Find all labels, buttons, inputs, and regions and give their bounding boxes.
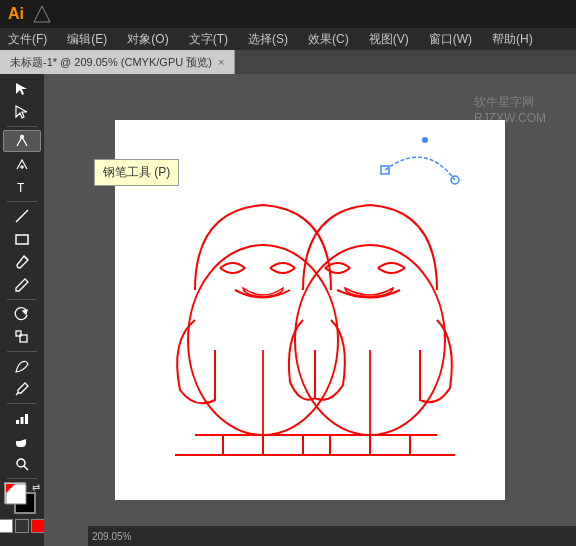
rectangle-tool[interactable]: [3, 228, 41, 250]
zoom-tool[interactable]: [3, 453, 41, 475]
svg-line-7: [24, 256, 28, 260]
app-icon: [32, 4, 52, 24]
svg-rect-6: [16, 235, 28, 244]
menu-edit[interactable]: 编辑(E): [63, 29, 111, 50]
toolbar: T: [0, 74, 44, 546]
separator-2: [7, 201, 37, 202]
line-tool[interactable]: [3, 205, 41, 227]
white-fill-button[interactable]: [0, 519, 13, 533]
canvas-area[interactable]: 钢笔工具 (P) 软牛星字网RJZXW.COM: [44, 74, 576, 546]
menu-select[interactable]: 选择(S): [244, 29, 292, 50]
separator-5: [7, 403, 37, 404]
graph-tool[interactable]: [3, 407, 41, 429]
selection-tool[interactable]: [3, 78, 41, 100]
warp-tool[interactable]: [3, 355, 41, 377]
menu-object[interactable]: 对象(O): [123, 29, 172, 50]
svg-point-34: [422, 137, 428, 143]
pencil-tool[interactable]: [3, 274, 41, 296]
swap-colors-icon[interactable]: ⇄: [32, 482, 40, 493]
svg-marker-8: [23, 310, 27, 314]
pen-tool[interactable]: [3, 130, 41, 152]
title-bar: Ai: [0, 0, 576, 28]
separator-6: [7, 478, 37, 479]
add-anchor-tool[interactable]: [3, 153, 41, 175]
status-text: 209.05%: [92, 531, 131, 542]
document-tab[interactable]: 未标题-1* @ 209.05% (CMYK/GPU 预览) ×: [0, 50, 235, 74]
tab-label: 未标题-1* @ 209.05% (CMYK/GPU 预览): [10, 55, 212, 70]
menu-file[interactable]: 文件(F): [4, 29, 51, 50]
fill-color[interactable]: [4, 482, 26, 504]
svg-rect-13: [21, 417, 24, 424]
menu-view[interactable]: 视图(V): [365, 29, 413, 50]
svg-rect-14: [25, 414, 28, 424]
hand-tool[interactable]: [3, 430, 41, 452]
tab-bar: 未标题-1* @ 209.05% (CMYK/GPU 预览) ×: [0, 50, 576, 74]
menu-text[interactable]: 文字(T): [185, 29, 232, 50]
svg-point-1: [21, 136, 24, 139]
separator-4: [7, 351, 37, 352]
svg-marker-0: [34, 6, 50, 22]
svg-rect-12: [16, 420, 19, 424]
direct-selection-tool[interactable]: [3, 101, 41, 123]
menu-window[interactable]: 窗口(W): [425, 29, 476, 50]
svg-line-5: [16, 210, 28, 222]
svg-text:T: T: [17, 181, 25, 195]
tab-close-button[interactable]: ×: [218, 56, 224, 68]
svg-line-11: [16, 393, 18, 395]
ai-logo: Ai: [8, 5, 24, 23]
menu-effect[interactable]: 效果(C): [304, 29, 353, 50]
main-layout: T: [0, 74, 576, 546]
separator-3: [7, 299, 37, 300]
color-boxes: ⇄: [4, 482, 40, 516]
scale-tool[interactable]: [3, 326, 41, 348]
svg-line-16: [24, 466, 28, 470]
paintbrush-tool[interactable]: [3, 251, 41, 273]
menu-help[interactable]: 帮助(H): [488, 29, 537, 50]
canvas: [115, 120, 505, 500]
svg-point-15: [17, 459, 25, 467]
status-bar: 209.05%: [88, 526, 576, 546]
artwork-svg: [115, 120, 505, 500]
separator-1: [7, 126, 37, 127]
eyedropper-tool[interactable]: [3, 378, 41, 400]
rotate-tool[interactable]: [3, 303, 41, 325]
red-fill-button[interactable]: [31, 519, 44, 533]
black-fill-button[interactable]: [15, 519, 29, 533]
menu-bar: 文件(F) 编辑(E) 对象(O) 文字(T) 选择(S) 效果(C) 视图(V…: [0, 28, 576, 50]
type-tool[interactable]: T: [3, 176, 41, 198]
